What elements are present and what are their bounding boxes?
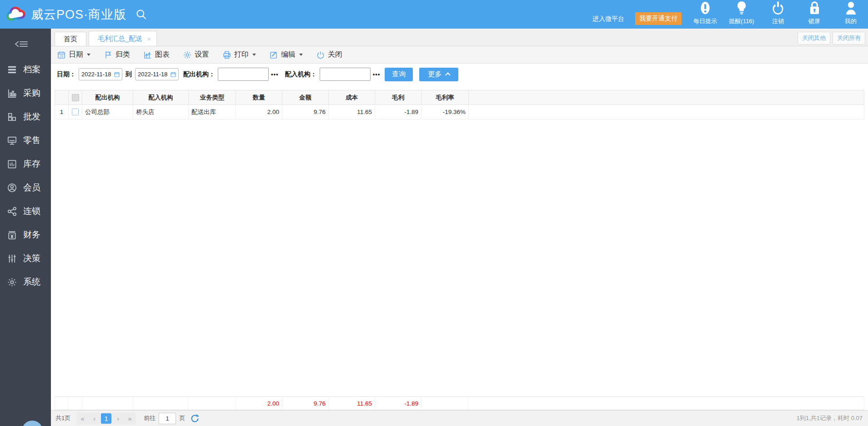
col-header-profit[interactable]: 毛利 [375, 90, 421, 105]
toolbar-close-button[interactable]: 关闭 [316, 50, 342, 59]
totals-profit: -1.89 [375, 397, 421, 410]
in-org-input[interactable] [320, 68, 371, 81]
date-from-field[interactable] [79, 68, 122, 80]
tab-label: 毛利汇总_配送 [98, 35, 142, 43]
cell-profit-rate: -19.36% [421, 105, 469, 119]
select-all-header[interactable] [69, 90, 82, 105]
page-unit-label: 页 [179, 414, 185, 422]
sidebar-item-inventory[interactable]: 库存 [0, 152, 51, 176]
col-header-in-org[interactable]: 配入机构 [133, 90, 189, 105]
toolbar-chart-button[interactable]: 图表 [143, 50, 170, 59]
svg-text:15: 15 [60, 54, 63, 57]
col-header-qty[interactable]: 数量 [236, 90, 282, 105]
tab-profit-summary-delivery[interactable]: 毛利汇总_配送 × [89, 31, 157, 46]
sidebar-item-label: 会员 [23, 182, 40, 193]
select-all-checkbox[interactable] [72, 94, 79, 101]
toolbar-edit-button[interactable]: 编辑 [269, 50, 303, 59]
user-icon [845, 1, 857, 15]
totals-empty [82, 397, 133, 410]
col-header-filler [469, 90, 864, 105]
my-account-button[interactable]: 我的 [838, 1, 863, 25]
power-icon [316, 50, 325, 59]
calendar-icon[interactable] [170, 71, 176, 78]
prev-page-button[interactable]: ‹ [89, 413, 100, 424]
in-org-label: 配入机构： [285, 70, 317, 79]
sidebar: 档案 采购 批发 零售 库存 [0, 29, 51, 426]
sidebar-item-system[interactable]: 系统 [0, 270, 51, 294]
row-number-cell: 1 [55, 105, 69, 119]
sidebar-item-member[interactable]: 会员 [0, 176, 51, 199]
out-org-picker-button[interactable]: ••• [271, 71, 279, 78]
totals-qty: 2.00 [236, 397, 282, 410]
member-icon [7, 183, 17, 193]
sidebar-collapse-button[interactable] [15, 39, 28, 51]
open-payment-button[interactable]: 我要开通支付 [635, 12, 682, 25]
reminder-button[interactable]: 提醒(116) [729, 1, 754, 25]
sidebar-item-decision[interactable]: 决策 [0, 247, 51, 270]
daily-tips-button[interactable]: 每日提示 [692, 1, 718, 25]
totals-filler [469, 397, 864, 410]
chevron-down-icon [87, 54, 90, 56]
chevron-down-icon [299, 54, 303, 56]
search-button[interactable]: 查询 [385, 68, 413, 81]
close-others-button[interactable]: 关闭其他 [798, 32, 830, 45]
sidebar-item-label: 档案 [23, 64, 40, 75]
goto-page-input[interactable] [159, 413, 176, 424]
out-org-label: 配出机构： [183, 70, 215, 79]
logout-label: 注销 [772, 17, 784, 25]
micro-platform-link[interactable]: 进入微平台 [592, 15, 624, 23]
finance-icon [7, 230, 17, 240]
reminder-label: 提醒(116) [729, 17, 754, 25]
sidebar-item-chain[interactable]: 连锁 [0, 199, 51, 223]
row-checkbox[interactable] [72, 109, 79, 115]
sidebar-item-archives[interactable]: 档案 [0, 58, 51, 81]
row-select-cell[interactable] [69, 105, 82, 119]
tab-home[interactable]: 首页 [55, 32, 86, 46]
col-header-profit-rate[interactable]: 毛利率 [421, 90, 469, 105]
refresh-button[interactable] [190, 414, 200, 423]
decision-sliders-icon [7, 253, 17, 264]
cell-amount: 9.76 [282, 105, 329, 119]
lock-screen-button[interactable]: 锁屏 [802, 1, 827, 25]
next-page-button[interactable]: › [113, 413, 123, 424]
floating-helper-button[interactable] [22, 421, 43, 426]
search-icon[interactable] [135, 8, 147, 20]
out-org-input[interactable] [218, 68, 269, 81]
cell-in-org: 桥头店 [133, 105, 189, 119]
totals-empty [69, 397, 82, 410]
calendar-icon[interactable] [114, 71, 120, 78]
data-grid: 配出机构 配入机构 业务类型 数量 金额 成本 毛利 毛利率 [51, 85, 868, 410]
toolbar-date-label: 日期 [69, 50, 83, 59]
sidebar-item-retail[interactable]: 零售 [0, 129, 51, 152]
col-header-cost[interactable]: 成本 [329, 90, 375, 105]
totals-empty [189, 397, 236, 410]
last-page-button[interactable]: » [125, 413, 135, 424]
table-row[interactable]: 1 公司总部 桥头店 配送出库 2.00 9.76 11.65 -1.89 -1… [55, 105, 864, 119]
tab-close-icon[interactable]: × [147, 35, 151, 43]
first-page-button[interactable]: « [77, 413, 88, 424]
more-filters-button[interactable]: 更多 [419, 68, 458, 81]
chevron-down-icon [252, 54, 256, 56]
cell-qty: 2.00 [236, 105, 282, 119]
toolbar-categorize-button[interactable]: 归类 [104, 50, 130, 59]
col-header-biz-type[interactable]: 业务类型 [189, 90, 236, 105]
sidebar-item-purchase[interactable]: 采购 [0, 81, 51, 105]
sidebar-item-wholesale[interactable]: 批发 [0, 105, 51, 129]
table-header: 配出机构 配入机构 业务类型 数量 金额 成本 毛利 毛利率 [55, 90, 864, 105]
logout-button[interactable]: 注销 [765, 1, 791, 25]
toolbar-settings-button[interactable]: 设置 [183, 50, 209, 59]
toolbar-date-button[interactable]: 15 日期 [57, 50, 90, 59]
date-to-input[interactable] [138, 71, 169, 78]
current-page-button[interactable]: 1 [101, 413, 111, 424]
col-header-amount[interactable]: 金额 [282, 90, 329, 105]
close-all-button[interactable]: 关闭所有 [833, 32, 865, 45]
date-to-field[interactable] [135, 68, 179, 80]
exclamation-icon [700, 1, 711, 15]
in-org-picker-button[interactable]: ••• [373, 71, 381, 78]
sidebar-item-finance[interactable]: 财务 [0, 223, 51, 247]
cell-profit: -1.89 [375, 105, 421, 119]
toolbar-print-button[interactable]: 打印 [222, 50, 256, 59]
date-from-input[interactable] [81, 71, 112, 78]
col-header-out-org[interactable]: 配出机构 [82, 90, 133, 105]
totals-profit-rate [421, 397, 469, 410]
